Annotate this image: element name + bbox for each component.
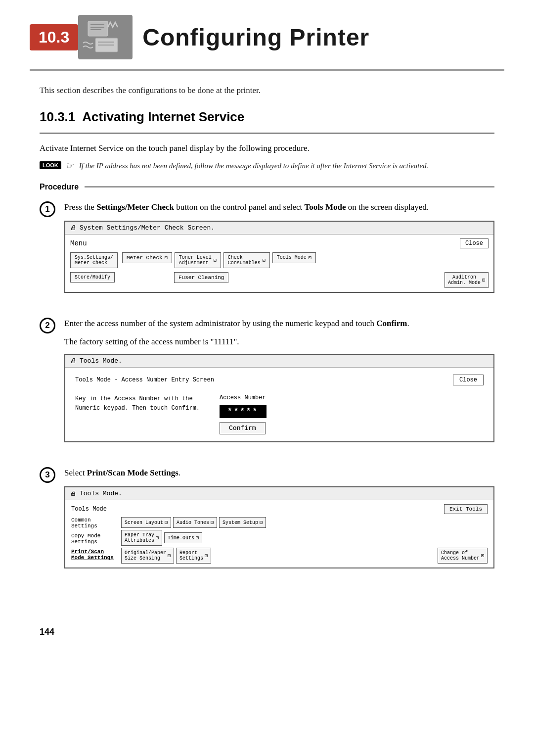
page-title: Configuring Printer xyxy=(142,24,369,51)
screen-3-report-arrow: ⊡ xyxy=(205,553,208,559)
screen-3-audio-tones-btn[interactable]: Audio Tones ⊡ xyxy=(173,517,217,528)
step-2-circle: 2 xyxy=(40,318,55,333)
screen-1-store-btn[interactable]: Store/Modify xyxy=(70,272,115,283)
screen-3-header-label: Tools Mode xyxy=(71,506,107,513)
screen-2-right: Access Number ***** Confirm xyxy=(220,394,267,434)
page-number: 144 xyxy=(0,627,534,637)
screen-1-check-btn[interactable]: CheckConsumables ⊡ xyxy=(223,252,270,268)
section-intro: Activate Internet Service on the touch p… xyxy=(40,143,494,153)
screen-1-sys-btn[interactable]: Sys.Settings/Meter Check xyxy=(70,252,118,268)
screen-1-meter-btn[interactable]: Meter Check ⊡ xyxy=(122,252,172,263)
screen-3-exit-btn[interactable]: Exit Tools xyxy=(444,504,488,514)
step-2-text: Enter the access number of the system ad… xyxy=(64,317,494,330)
step-1-text: Press the Settings/Meter Check button on… xyxy=(64,200,494,214)
screen-3-screen-layout-arrow: ⊡ xyxy=(165,520,168,525)
screen-2-access-stars: ***** xyxy=(220,405,267,418)
screen-2-mockup: 🖨 Tools Mode. Tools Mode - Access Number… xyxy=(64,354,494,442)
screen-3-audio-tones-label: Audio Tones xyxy=(177,520,209,525)
note-finger-icon: ☞ xyxy=(66,160,74,171)
screen-2-title-bar: 🖨 Tools Mode. xyxy=(65,355,493,368)
screen-3-report-btn[interactable]: ReportSettings ⊡ xyxy=(176,548,211,564)
screen-3-audio-arrow: ⊡ xyxy=(211,520,214,525)
step-1: 1 Press the Settings/Meter Check button … xyxy=(40,200,494,303)
screen-1-menu-bar: Menu Close xyxy=(70,238,489,248)
section-divider xyxy=(40,133,494,134)
screen-2-instruction-line2: Numeric keypad. Then touch Confirm. xyxy=(75,404,200,413)
svg-rect-1 xyxy=(88,21,108,36)
screen-2-title: Tools Mode. xyxy=(80,357,122,365)
screen-1-auditron-btn[interactable]: AuditronAdmin. Mode ⊡ xyxy=(445,272,489,288)
step-3: 3 Select Print/Scan Mode Settings. 🖨 Too… xyxy=(40,466,494,578)
screen-1-title: System Settings/Meter Check Screen. xyxy=(80,224,215,232)
procedure-header: Procedure xyxy=(40,183,494,191)
screen-3-change-access-btn[interactable]: Change ofAccess Number ⊡ xyxy=(438,548,488,564)
intro-text: This section describes the configuration… xyxy=(40,86,494,95)
step-3-content: Select Print/Scan Mode Settings. 🖨 Tools… xyxy=(64,466,494,578)
screen-3-system-setup-btn[interactable]: System Setup ⊡ xyxy=(219,517,266,528)
screen-1-printer-icon: 🖨 xyxy=(70,224,77,232)
screen-3-left-col: CommonSettings Copy ModeSettings Print/S… xyxy=(71,517,118,561)
screen-1-title-bar: 🖨 System Settings/Meter Check Screen. xyxy=(65,222,493,235)
screen-1-left: Sys.Settings/Meter Check xyxy=(70,252,120,270)
screen-2-confirm-btn[interactable]: Confirm xyxy=(220,422,266,434)
screen-2-close-btn[interactable]: Close xyxy=(453,375,484,385)
screen-2-access-label: Access Number xyxy=(220,394,266,401)
screen-3-change-access-label: Change ofAccess Number xyxy=(441,550,480,561)
main-content: This section describes the configuration… xyxy=(0,81,534,612)
screen-1-fuser-area: Fuser Cleaning xyxy=(174,272,228,283)
note-text: If the IP address has not been defined, … xyxy=(79,160,429,172)
screen-3-screen-layout-label: Screen Layout xyxy=(125,520,163,525)
section-heading: 10.3.1 Activating Internet Service xyxy=(40,109,494,125)
chapter-number: 10.3 xyxy=(30,24,78,50)
screen-2-header-label: Tools Mode - Access Number Entry Screen xyxy=(75,377,214,383)
screen-2-printer-icon: 🖨 xyxy=(70,357,77,365)
screen-1-menu-label: Menu xyxy=(70,239,87,247)
section-number: 10.3.1 xyxy=(40,109,75,125)
screen-2-content-row: Key in the Access Number with the Numeri… xyxy=(75,394,484,434)
step-2-subtext: The factory setting of the access number… xyxy=(64,337,494,347)
screen-1-fuser-btn[interactable]: Fuser Cleaning xyxy=(174,272,228,283)
screen-1-tools-arrow: ⊡ xyxy=(309,255,312,261)
screen-3-body: CommonSettings Copy ModeSettings Print/S… xyxy=(71,517,488,564)
screen-3-screen-layout-btn[interactable]: Screen Layout ⊡ xyxy=(121,517,171,528)
step-3-circle: 3 xyxy=(40,467,55,483)
procedure-line xyxy=(85,186,494,188)
screen-3-paper-tray-arrow: ⊡ xyxy=(156,535,159,541)
screen-3-common-settings[interactable]: CommonSettings xyxy=(71,517,118,529)
screen-3-time-outs-btn[interactable]: Time-Outs ⊡ xyxy=(164,532,202,543)
screen-1-check-arrow: ⊡ xyxy=(263,257,266,263)
screen-3-print-scan-active[interactable]: Print/ScanMode Settings xyxy=(71,549,118,561)
screen-3-row2: Paper TrayAttributes ⊡ Time-Outs ⊡ xyxy=(121,530,488,546)
screen-3-inner: Tools Mode Exit Tools CommonSettings Cop… xyxy=(65,500,493,567)
step-2: 2 Enter the access number of the system … xyxy=(40,317,494,452)
screen-3-system-setup-label: System Setup xyxy=(222,520,258,525)
screen-3-original-paper-btn[interactable]: Original/PaperSize Sensing ⊡ xyxy=(121,548,174,564)
screen-3-paper-tray-btn[interactable]: Paper TrayAttributes ⊡ xyxy=(121,530,162,546)
screen-1-meter-arrow: ⊡ xyxy=(165,255,168,261)
screen-1-close-btn[interactable]: Close xyxy=(460,238,489,248)
screen-3-row1: Screen Layout ⊡ Audio Tones ⊡ System Set… xyxy=(121,517,488,528)
header-divider xyxy=(30,69,504,71)
screen-1-toner-btn[interactable]: Toner LevelAdjustment ⊡ xyxy=(175,252,221,268)
screen-2-instruction-line1: Key in the Access Number with the xyxy=(75,394,200,404)
header-icon xyxy=(78,15,133,59)
screen-3-row3-left: Original/PaperSize Sensing ⊡ ReportSetti… xyxy=(121,548,211,564)
screen-1-meter-label: Meter Check xyxy=(127,255,163,261)
step-1-circle: 1 xyxy=(40,201,55,217)
screen-1-inner: Menu Close Sys.Settings/Meter Check Mete… xyxy=(65,235,493,292)
screen-3-row3: Original/PaperSize Sensing ⊡ ReportSetti… xyxy=(121,548,488,564)
look-badge: LOOK xyxy=(40,161,61,169)
screen-3-time-outs-label: Time-Outs xyxy=(168,535,194,541)
screen-3-mockup: 🖨 Tools Mode. Tools Mode Exit Tools Comm… xyxy=(64,486,494,568)
screen-1-tools-btn[interactable]: Tools Mode ⊡ xyxy=(272,252,316,263)
screen-2-instructions: Key in the Access Number with the Numeri… xyxy=(75,394,200,413)
screen-3-system-setup-arrow: ⊡ xyxy=(260,520,263,525)
section-title: Activating Internet Service xyxy=(82,109,244,125)
screen-3-change-access-arrow: ⊡ xyxy=(481,553,484,559)
screen-2-header-row: Tools Mode - Access Number Entry Screen … xyxy=(75,375,484,385)
screen-1-tools-label: Tools Mode xyxy=(277,255,307,260)
screen-3-paper-tray-label: Paper TrayAttributes xyxy=(125,532,154,543)
screen-3-report-label: ReportSettings xyxy=(179,550,203,561)
screen-3-right-grid: Screen Layout ⊡ Audio Tones ⊡ System Set… xyxy=(121,517,488,564)
screen-3-copy-mode[interactable]: Copy ModeSettings xyxy=(71,533,118,545)
